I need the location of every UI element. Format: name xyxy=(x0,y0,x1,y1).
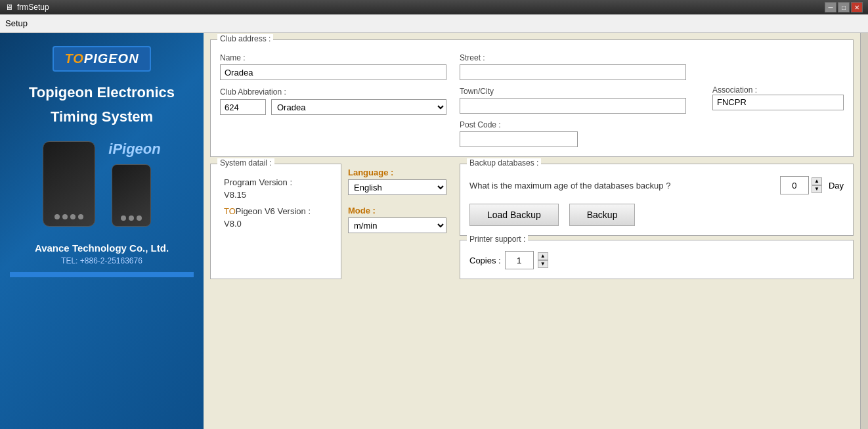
logo-pigeon: PIGEON xyxy=(84,51,139,66)
close-button[interactable]: ✕ xyxy=(851,2,863,12)
backup-box: Backup databases : What is the maximum a… xyxy=(460,164,854,236)
bottom-row: System datail : Program Version : V8.15 … xyxy=(210,164,854,279)
sidebar-title-line1: Topigeon Electronics xyxy=(29,83,175,102)
backup-legend: Backup databases : xyxy=(467,158,541,168)
copies-label: Copies : xyxy=(469,256,501,265)
postcode-input[interactable] xyxy=(460,131,578,147)
abbrev-city-select[interactable]: Oradea xyxy=(271,99,446,115)
club-address-fieldset: Club address : Name : Street : xyxy=(210,39,854,157)
association-input[interactable] xyxy=(712,95,844,110)
day-label: Day xyxy=(829,181,844,191)
association-label: Association : xyxy=(712,85,844,95)
mode-section: Mode : m/min km/h mph xyxy=(348,206,453,233)
backup-question: What is the maximum age of the databases… xyxy=(469,181,773,191)
postcode-label: Post Code : xyxy=(460,120,686,129)
system-detail-legend: System datail : xyxy=(217,158,274,168)
scrollbar[interactable] xyxy=(860,33,868,429)
copies-input[interactable] xyxy=(505,251,534,269)
street-field-group: Street : xyxy=(460,53,686,80)
company-name: Avance Technology Co., Ltd. xyxy=(35,242,169,254)
device-large-image xyxy=(43,141,95,227)
backup-days-input[interactable] xyxy=(780,176,809,194)
association-section: Association : xyxy=(699,48,844,147)
menu-bar: Setup xyxy=(0,14,868,33)
program-version-value: V8.15 xyxy=(224,190,328,200)
town-input[interactable] xyxy=(460,98,686,114)
menu-setup[interactable]: Setup xyxy=(5,18,28,28)
right-container: Club address : Name : Street : xyxy=(204,33,868,429)
name-input[interactable] xyxy=(220,64,446,80)
printer-legend: Printer support : xyxy=(467,235,528,244)
copies-spinner-btns: ▲ ▼ xyxy=(538,252,548,268)
street-input[interactable] xyxy=(460,64,686,80)
system-detail-box: System datail : Program Version : V8.15 … xyxy=(210,164,341,279)
copies-row: Copies : ▲ ▼ xyxy=(469,251,844,269)
backup-spinner-group: ▲ ▼ xyxy=(780,176,822,194)
mode-label: Mode : xyxy=(348,206,453,215)
pigeon-rest: Pigeon V6 Version : xyxy=(236,206,311,216)
backup-days-down[interactable]: ▼ xyxy=(812,185,822,193)
topigeon-version-label: TOPigeon V6 Version : xyxy=(224,206,328,216)
printer-box: Printer support : Copies : ▲ ▼ xyxy=(460,240,854,279)
logo-to: TO xyxy=(64,51,83,66)
abbrev-label: Club Abbreviation : xyxy=(220,87,286,97)
town-label: Town/City xyxy=(460,87,686,96)
right-panel: Club address : Name : Street : xyxy=(204,33,860,429)
sidebar: TOPIGEON Topigeon Electronics Timing Sys… xyxy=(0,33,204,429)
club-address-legend: Club address : xyxy=(217,34,273,43)
copies-up[interactable]: ▲ xyxy=(538,252,548,260)
backup-printer-col: Backup databases : What is the maximum a… xyxy=(460,164,854,279)
action-btns: Load Backup Backup xyxy=(469,204,844,226)
topigeon-version-value: V8.0 xyxy=(224,219,328,229)
main-content: TOPIGEON Topigeon Electronics Timing Sys… xyxy=(0,33,868,429)
program-version-label: Program Version : xyxy=(224,177,328,187)
town-postcode-section: Town/City Post Code : xyxy=(460,87,686,147)
name-label: Name : xyxy=(220,53,446,62)
load-backup-button[interactable]: Load Backup xyxy=(469,204,559,226)
language-label: Language : xyxy=(348,168,453,177)
backup-button[interactable]: Backup xyxy=(569,204,636,226)
language-select[interactable]: English Romanian French German xyxy=(348,179,446,195)
logo-box: TOPIGEON xyxy=(53,46,150,72)
window-controls: ─ □ ✕ xyxy=(825,2,863,12)
to-highlight: TO xyxy=(224,206,236,216)
device-small-image xyxy=(112,164,151,227)
copies-down[interactable]: ▼ xyxy=(538,260,548,268)
minimize-button[interactable]: ─ xyxy=(825,2,836,12)
language-mode-box: Language : English Romanian French Germa… xyxy=(348,164,453,279)
backup-spinner-btns: ▲ ▼ xyxy=(812,177,822,193)
ipigeon-label: iPigeon xyxy=(108,141,160,158)
name-field-group: Name : xyxy=(220,53,446,80)
language-section: Language : English Romanian French Germa… xyxy=(348,168,453,195)
street-label: Street : xyxy=(460,53,686,62)
blue-bar xyxy=(10,272,194,277)
sidebar-title-line2: Timing System xyxy=(51,108,153,127)
title-bar: 🖥 frmSetup ─ □ ✕ xyxy=(0,0,868,14)
mode-select[interactable]: m/min km/h mph xyxy=(348,217,446,233)
abbrev-num-input[interactable] xyxy=(220,99,266,115)
backup-row: What is the maximum age of the databases… xyxy=(469,176,844,194)
title-bar-text: frmSetup xyxy=(17,3,49,12)
abbrev-section: Club Abbreviation : Oradea xyxy=(220,87,446,147)
company-tel: TEL: +886-2-25163676 xyxy=(61,256,142,265)
app-icon: 🖥 xyxy=(5,3,13,12)
backup-days-up[interactable]: ▲ xyxy=(812,177,822,185)
maximize-button[interactable]: □ xyxy=(838,2,850,12)
